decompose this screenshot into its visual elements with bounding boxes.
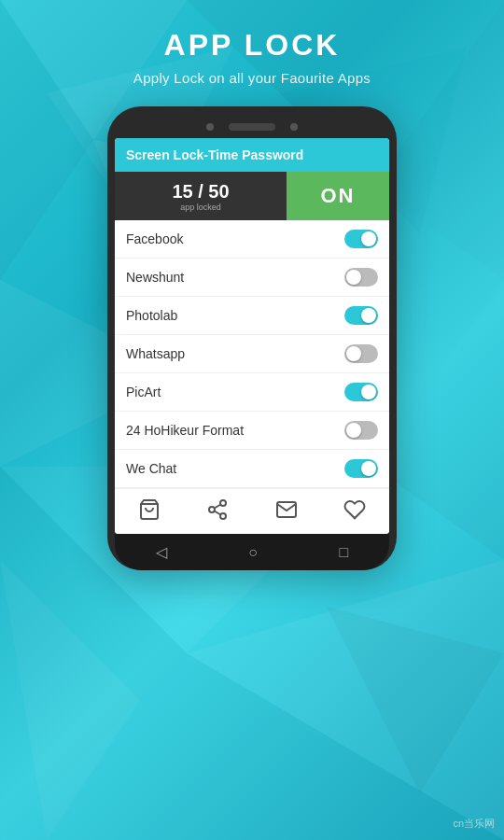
front-sensor [290, 123, 298, 131]
phone-top-bar [115, 118, 389, 138]
app-name: PicArt [126, 385, 161, 399]
stats-bar: 15 / 50 app locked ON [115, 172, 389, 220]
on-off-label: ON [321, 184, 356, 208]
list-item: Photolab [115, 297, 389, 335]
toggle-knob [346, 270, 361, 285]
app-lock-toggle[interactable] [344, 268, 378, 287]
toggle-knob [346, 423, 361, 438]
recents-button[interactable]: □ [340, 544, 349, 561]
locked-label: app locked [180, 203, 221, 212]
app-lock-toggle[interactable] [344, 459, 378, 478]
app-name: Whatsapp [126, 346, 185, 361]
locked-count: 15 / 50 [172, 181, 229, 203]
app-lock-toggle[interactable] [344, 306, 378, 325]
system-nav-bar: ◁ ○ □ [115, 534, 389, 570]
app-lock-toggle[interactable] [344, 421, 378, 440]
watermark: cn当乐网 [453, 817, 495, 831]
list-item: Whatsapp [115, 335, 389, 373]
home-button[interactable]: ○ [248, 544, 258, 561]
app-lock-toggle[interactable] [344, 383, 378, 401]
svg-point-17 [220, 500, 226, 506]
page-subtitle: Apply Lock on all your Faourite Apps [133, 70, 371, 86]
toggle-knob [346, 346, 361, 361]
heart-icon[interactable] [343, 498, 366, 525]
bottom-nav-bar [115, 488, 389, 534]
app-lock-toggle[interactable] [344, 230, 378, 248]
svg-line-21 [215, 505, 221, 509]
mail-icon[interactable] [275, 498, 298, 525]
toggle-knob [361, 231, 376, 246]
app-list: FacebookNewshuntPhotolabWhatsappPicArt24… [115, 220, 389, 488]
on-off-toggle[interactable]: ON [287, 172, 389, 220]
app-lock-toggle[interactable] [344, 344, 378, 363]
app-name: Photolab [126, 308, 177, 323]
list-item: Newshunt [115, 259, 389, 297]
svg-point-19 [220, 513, 226, 519]
app-name: Facebook [126, 231, 183, 246]
app-name: 24 HoHikeur Format [126, 423, 244, 438]
page-title: APP LOCK [164, 28, 341, 63]
phone-speaker [229, 123, 275, 131]
svg-point-18 [209, 507, 215, 512]
list-item: We Chat [115, 450, 389, 488]
toggle-knob [361, 385, 376, 399]
phone-screen: Screen Lock-Time Password 15 / 50 app lo… [115, 138, 389, 534]
toggle-knob [361, 308, 376, 323]
front-camera [206, 123, 214, 131]
toggle-knob [361, 461, 376, 476]
phone-mockup: Screen Lock-Time Password 15 / 50 app lo… [107, 106, 397, 570]
app-header-title: Screen Lock-Time Password [126, 147, 303, 162]
svg-line-20 [215, 511, 221, 515]
page: APP LOCK Apply Lock on all your Faourite… [0, 0, 504, 840]
app-header-bar: Screen Lock-Time Password [115, 138, 389, 172]
stats-left-panel: 15 / 50 app locked [115, 172, 287, 220]
cart-icon[interactable] [138, 498, 161, 525]
list-item: PicArt [115, 373, 389, 412]
list-item: Facebook [115, 220, 389, 259]
app-name: We Chat [126, 461, 176, 476]
share-icon[interactable] [206, 498, 229, 525]
list-item: 24 HoHikeur Format [115, 412, 389, 450]
app-name: Newshunt [126, 270, 184, 285]
back-button[interactable]: ◁ [156, 543, 167, 561]
